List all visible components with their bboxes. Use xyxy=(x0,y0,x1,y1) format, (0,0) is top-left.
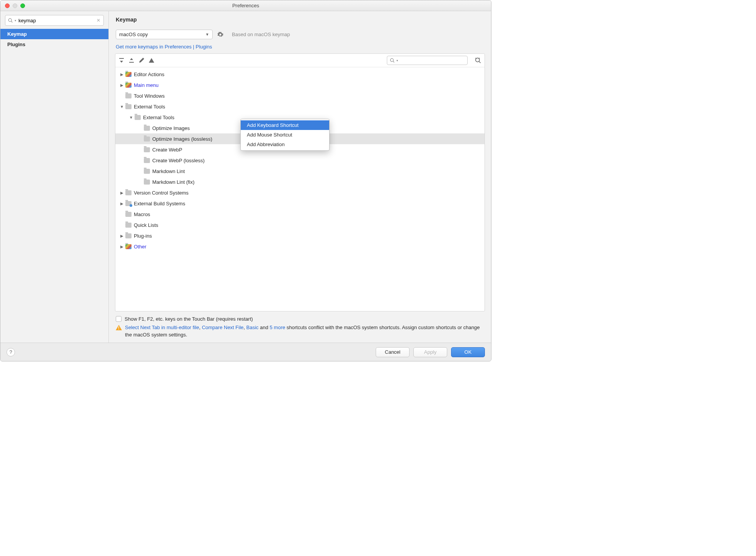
sidebar-list: KeymapPlugins xyxy=(0,29,108,343)
sidebar-item-keymap[interactable]: Keymap xyxy=(0,29,108,39)
folder-icon xyxy=(125,244,132,249)
expand-all-button[interactable] xyxy=(118,57,125,63)
main-header: Keymap xyxy=(109,11,491,27)
tree-row[interactable]: Tool Windows xyxy=(115,90,485,101)
tree-row-label: Tool Windows xyxy=(134,93,165,99)
conflict-link[interactable]: Compare Next File xyxy=(202,325,243,330)
combo-arrow-icon: ▼ xyxy=(205,32,209,37)
search-icon xyxy=(8,18,13,23)
tree-row[interactable]: ▶Other xyxy=(115,241,485,252)
conflict-warning-text: Select Next Tab in multi-editor file, Co… xyxy=(125,324,484,339)
sidebar-search-field[interactable]: ▾ ✕ xyxy=(5,15,104,26)
conflict-link[interactable]: Basic xyxy=(246,325,259,330)
dialog-footer: ? Cancel Apply OK xyxy=(0,343,491,361)
sidebar-search-input[interactable] xyxy=(18,18,96,23)
tree-row-label: Optimize Images xyxy=(152,125,190,131)
sidebar-search-wrap: ▾ ✕ xyxy=(0,11,108,29)
tree-toolbar: ▾ xyxy=(115,54,485,67)
search-icon xyxy=(390,58,395,63)
sidebar-item-plugins[interactable]: Plugins xyxy=(0,39,108,50)
tree-row[interactable]: ▶Version Control Systems xyxy=(115,187,485,198)
conflict-link[interactable]: 5 more xyxy=(270,325,285,330)
search-history-chevron-icon[interactable]: ▾ xyxy=(15,19,16,22)
tree-row[interactable]: Markdown Lint (fix) xyxy=(115,176,485,187)
menu-item[interactable]: Add Keyboard Shortcut xyxy=(241,120,329,130)
folder-icon xyxy=(144,126,150,131)
keymap-scheme-row: macOS copy ▼ ▾ Based on macOS keymap xyxy=(109,27,491,39)
folder-icon xyxy=(144,180,150,185)
based-on-label: Based on macOS keymap xyxy=(232,32,290,37)
folder-icon xyxy=(125,104,132,109)
tree-disclosure-arrow-icon[interactable]: ▶ xyxy=(118,201,125,206)
tree-search-field[interactable]: ▾ xyxy=(387,56,468,65)
tree-row[interactable]: ▶Plug-ins xyxy=(115,230,485,241)
help-button[interactable]: ? xyxy=(7,348,15,356)
tree-search-history-chevron-icon[interactable]: ▾ xyxy=(396,59,398,62)
folder-icon xyxy=(125,83,132,88)
tree-row[interactable]: ▶External Build Systems xyxy=(115,198,485,209)
tree-row[interactable]: Macros xyxy=(115,209,485,220)
collapse-all-icon xyxy=(128,57,135,63)
folder-icon xyxy=(135,115,141,120)
clear-search-icon[interactable]: ✕ xyxy=(96,18,101,23)
tree-row-label: External Tools xyxy=(134,104,165,110)
touchbar-checkbox[interactable] xyxy=(116,316,122,322)
collapse-all-button[interactable] xyxy=(128,57,135,63)
conflicts-button[interactable] xyxy=(148,57,155,63)
tree-row-label: Optimize Images (lossless) xyxy=(152,136,212,142)
main-panel: Keymap macOS copy ▼ ▾ Based on macOS key… xyxy=(109,11,491,343)
menu-item[interactable]: Add Abbreviation xyxy=(241,140,329,149)
tree-disclosure-arrow-icon[interactable]: ▼ xyxy=(118,105,125,109)
tree-row[interactable]: ▶Editor Actions xyxy=(115,69,485,80)
keymap-tree-panel: ▾ ▶Editor Actions▶Main menuTool Windows▼… xyxy=(115,53,485,311)
more-keymaps-link-row: Get more keymaps in Preferences | Plugin… xyxy=(109,39,491,53)
touchbar-option-row: Show F1, F2, etc. keys on the Touch Bar … xyxy=(109,314,491,323)
tree-row-label: Macros xyxy=(134,211,150,217)
folder-icon xyxy=(144,169,150,174)
tree-disclosure-arrow-icon[interactable]: ▶ xyxy=(118,83,125,87)
svg-point-2 xyxy=(390,58,393,62)
edit-shortcut-button[interactable] xyxy=(138,57,145,63)
tree-row-label: Markdown Lint xyxy=(152,168,185,174)
folder-icon xyxy=(144,147,150,152)
keymap-scheme-value: macOS copy xyxy=(119,32,148,37)
keymap-scheme-combo[interactable]: macOS copy ▼ xyxy=(116,30,213,39)
tree-row[interactable]: ▶Main menu xyxy=(115,80,485,90)
folder-icon xyxy=(125,233,132,238)
tree-row[interactable]: Quick Lists xyxy=(115,220,485,230)
folder-icon xyxy=(125,223,132,228)
apply-button[interactable]: Apply xyxy=(413,347,447,357)
tree-row-label: Create WebP xyxy=(152,147,182,153)
ok-button[interactable]: OK xyxy=(451,347,485,357)
cancel-button[interactable]: Cancel xyxy=(376,347,410,357)
titlebar: Preferences xyxy=(0,0,491,11)
tree-row[interactable]: ▼External Tools xyxy=(115,101,485,112)
tree-disclosure-arrow-icon[interactable]: ▶ xyxy=(118,72,125,77)
keymap-tree[interactable]: ▶Editor Actions▶Main menuTool Windows▼Ex… xyxy=(115,67,485,311)
svg-line-3 xyxy=(393,61,394,62)
find-by-shortcut-button[interactable] xyxy=(475,57,481,64)
preferences-window: Preferences ▾ ✕ KeymapPlugins Keymap xyxy=(0,0,491,361)
conflict-link[interactable]: Select Next Tab in multi-editor file xyxy=(125,325,199,330)
window-title: Preferences xyxy=(0,3,491,8)
tree-row-label: Markdown Lint (fix) xyxy=(152,179,195,185)
tree-disclosure-arrow-icon[interactable]: ▶ xyxy=(118,191,125,195)
help-icon: ? xyxy=(9,349,12,355)
tree-search-input[interactable] xyxy=(400,58,465,63)
folder-icon xyxy=(125,212,132,217)
tree-disclosure-arrow-icon[interactable]: ▶ xyxy=(118,245,125,249)
warning-icon xyxy=(116,325,122,330)
folder-icon xyxy=(125,93,132,98)
more-keymaps-link[interactable]: Get more keymaps in Preferences | Plugin… xyxy=(116,44,212,50)
gear-sub-chevron-icon: ▾ xyxy=(222,33,223,36)
tree-disclosure-arrow-icon[interactable]: ▼ xyxy=(128,115,135,120)
tree-disclosure-arrow-icon[interactable]: ▶ xyxy=(118,234,125,238)
scheme-settings-button[interactable]: ▾ xyxy=(217,32,223,38)
folder-icon xyxy=(144,158,150,163)
menu-item[interactable]: Add Mouse Shortcut xyxy=(241,130,329,140)
context-menu: Add Keyboard ShortcutAdd Mouse ShortcutA… xyxy=(240,119,330,151)
preferences-sidebar: ▾ ✕ KeymapPlugins xyxy=(0,11,109,343)
tree-row[interactable]: Create WebP (lossless) xyxy=(115,155,485,166)
folder-icon xyxy=(125,72,132,77)
tree-row[interactable]: Markdown Lint xyxy=(115,166,485,176)
